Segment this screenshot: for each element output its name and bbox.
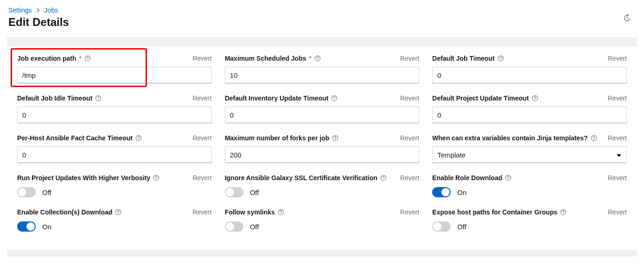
default-idle-timeout-input[interactable] (17, 107, 212, 123)
help-icon[interactable] (331, 95, 338, 101)
label-enable-collections-download: Enable Collection(s) Download (17, 208, 112, 216)
label-default-job-timeout: Default Job Timeout (432, 55, 494, 62)
job-execution-path-input[interactable] (17, 67, 212, 83)
help-icon[interactable] (278, 209, 284, 215)
field-follow-symlinks: Follow symlinks Revert Off (225, 208, 420, 232)
label-inventory-update-timeout: Default Inventory Update Timeout (225, 94, 329, 102)
help-icon[interactable] (153, 175, 159, 181)
field-job-execution-path: Job execution path * Revert (17, 55, 212, 83)
fact-cache-timeout-input[interactable] (17, 146, 212, 163)
help-icon[interactable] (115, 209, 121, 215)
ignore-ssl-toggle[interactable] (225, 187, 243, 197)
field-inventory-update-timeout: Default Inventory Update Timeout Revert (225, 94, 420, 123)
revert-button[interactable]: Revert (400, 134, 419, 142)
max-scheduled-jobs-input[interactable] (225, 67, 420, 83)
svg-point-19 (156, 179, 156, 180)
field-enable-collections-download: Enable Collection(s) Download Revert On (17, 208, 212, 232)
help-icon[interactable] (591, 135, 597, 141)
field-fact-cache-timeout: Per-Host Ansible Fact Cache Timeout Reve… (17, 134, 212, 163)
toggle-state-label: On (457, 189, 466, 196)
required-icon: * (79, 55, 82, 62)
help-icon[interactable] (380, 175, 387, 181)
toggle-state-label: Off (250, 223, 259, 231)
field-max-scheduled-jobs: Maximum Scheduled Jobs * Revert (225, 55, 420, 83)
svg-point-21 (383, 179, 383, 180)
svg-point-27 (281, 214, 281, 214)
svg-point-23 (508, 179, 509, 180)
enable-role-download-toggle[interactable] (432, 187, 451, 197)
max-forks-input[interactable] (225, 146, 420, 163)
revert-button[interactable]: Revert (192, 174, 211, 182)
label-jinja-templates: When can extra variables contain Jinja t… (432, 134, 587, 142)
field-default-idle-timeout: Default Job Idle Timeout Revert (17, 94, 212, 123)
help-icon[interactable] (497, 55, 504, 62)
inventory-update-timeout-input[interactable] (225, 107, 420, 123)
svg-point-15 (335, 139, 336, 140)
toggle-state-label: On (42, 223, 51, 231)
field-higher-verbosity: Run Project Updates With Higher Verbosit… (17, 174, 212, 197)
help-icon[interactable] (314, 55, 321, 62)
help-icon[interactable] (332, 135, 338, 141)
label-higher-verbosity: Run Project Updates With Higher Verbosit… (17, 174, 150, 182)
field-ignore-ssl: Ignore Ansible Galaxy SSL Certificate Ve… (225, 174, 420, 197)
help-icon[interactable] (95, 95, 102, 101)
svg-point-1 (88, 60, 88, 60)
label-follow-symlinks: Follow symlinks (225, 208, 275, 216)
history-icon[interactable] (623, 14, 631, 24)
revert-button[interactable]: Revert (192, 94, 211, 102)
default-job-timeout-input[interactable] (432, 67, 627, 83)
label-default-idle-timeout: Default Job Idle Timeout (17, 94, 92, 102)
follow-symlinks-toggle[interactable] (225, 221, 243, 232)
revert-button[interactable]: Revert (400, 55, 419, 62)
svg-point-9 (334, 100, 335, 100)
revert-button[interactable]: Revert (608, 134, 627, 142)
label-expose-host-paths: Expose host paths for Container Groups (432, 208, 557, 216)
help-icon[interactable] (84, 55, 91, 62)
field-expose-host-paths: Expose host paths for Container Groups R… (432, 208, 627, 232)
project-update-timeout-input[interactable] (432, 107, 627, 123)
svg-point-17 (593, 139, 594, 140)
jinja-templates-select[interactable] (432, 146, 627, 163)
expose-host-paths-toggle[interactable] (432, 221, 451, 232)
label-project-update-timeout: Default Project Update Timeout (432, 94, 529, 102)
toggle-state-label: Off (457, 223, 466, 231)
revert-button[interactable]: Revert (192, 134, 211, 142)
label-enable-role-download: Enable Role Download (432, 174, 502, 182)
revert-button[interactable]: Revert (400, 174, 419, 182)
revert-button[interactable]: Revert (400, 94, 419, 102)
field-max-forks: Maximum number of forks per job Revert (225, 134, 420, 163)
field-jinja-templates: When can extra variables contain Jinja t… (432, 134, 627, 163)
svg-point-13 (138, 139, 139, 140)
label-job-execution-path: Job execution path (17, 55, 77, 62)
svg-point-3 (317, 60, 318, 60)
svg-point-5 (500, 60, 501, 60)
revert-button[interactable]: Revert (192, 208, 211, 216)
breadcrumb-settings[interactable]: Settings (8, 6, 32, 14)
revert-button[interactable]: Revert (192, 55, 211, 62)
toggle-state-label: Off (42, 189, 51, 196)
revert-button[interactable]: Revert (400, 208, 419, 216)
field-project-update-timeout: Default Project Update Timeout Revert (432, 94, 627, 123)
breadcrumb: Settings Jobs (8, 6, 636, 14)
field-enable-role-download: Enable Role Download Revert On (432, 174, 627, 197)
help-icon[interactable] (532, 95, 538, 101)
enable-collections-download-toggle[interactable] (17, 221, 36, 232)
label-max-forks: Maximum number of forks per job (225, 134, 330, 142)
page-title: Edit Details (8, 16, 636, 29)
revert-button[interactable]: Revert (608, 94, 627, 102)
help-icon[interactable] (135, 135, 142, 141)
svg-point-11 (535, 100, 535, 100)
required-icon: * (309, 55, 311, 62)
svg-point-25 (118, 214, 119, 214)
help-icon[interactable] (505, 175, 511, 181)
revert-button[interactable]: Revert (608, 208, 627, 216)
revert-button[interactable]: Revert (608, 55, 627, 62)
revert-button[interactable]: Revert (608, 174, 627, 182)
label-max-scheduled-jobs: Maximum Scheduled Jobs (225, 55, 306, 62)
breadcrumb-sep-icon (37, 6, 40, 14)
svg-point-7 (98, 100, 99, 100)
help-icon[interactable] (560, 209, 567, 215)
breadcrumb-jobs[interactable]: Jobs (45, 6, 58, 14)
higher-verbosity-toggle[interactable] (17, 187, 36, 197)
field-default-job-timeout: Default Job Timeout Revert (432, 55, 627, 83)
